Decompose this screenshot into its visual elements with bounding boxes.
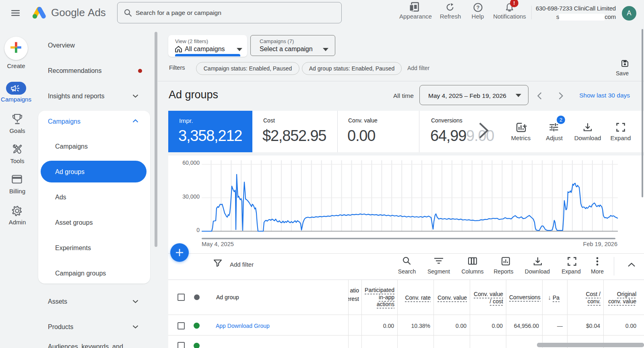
- svg-text:?: ?: [477, 4, 480, 10]
